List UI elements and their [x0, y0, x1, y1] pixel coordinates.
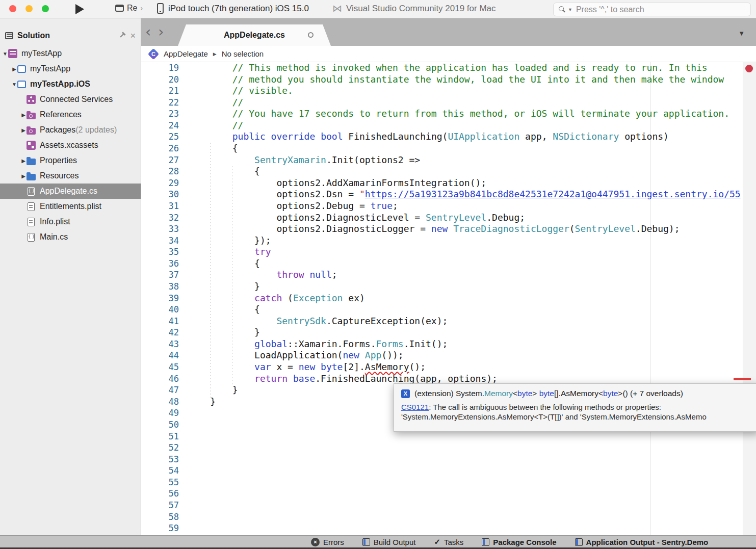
code-line-38[interactable]: 38 }: [141, 281, 743, 293]
window-icon: [115, 5, 124, 12]
error-indicator-icon[interactable]: [745, 65, 753, 72]
code-line-29[interactable]: 29 options2.AddXamarinFormsIntegration()…: [141, 177, 743, 189]
tree-item-label: Packages: [40, 125, 75, 135]
line-number: 47: [141, 384, 179, 396]
pad-button-tasks[interactable]: ✓Tasks: [434, 537, 463, 546]
search-input[interactable]: [576, 5, 746, 14]
tree-item-mytestapp[interactable]: ▶myTestApp: [0, 61, 141, 76]
code-line-30[interactable]: 30 options2.Dsn = "https://5a193123a9b84…: [141, 189, 743, 200]
line-number: 43: [141, 338, 179, 350]
code-line-56[interactable]: 56: [141, 488, 743, 500]
chevron-down-icon[interactable]: ▼: [2, 51, 8, 57]
build-configuration-button[interactable]: Re ›: [115, 4, 143, 13]
zoom-window-button[interactable]: [42, 5, 49, 12]
global-search[interactable]: ▼: [553, 3, 751, 16]
chevron-right-icon[interactable]: ▶: [20, 127, 27, 133]
code-line-53[interactable]: 53: [141, 454, 743, 465]
chevron-down-icon: ▼: [568, 7, 572, 12]
code-line-19[interactable]: 19 // This method is invoked when the ap…: [141, 62, 743, 74]
code-text: options2.DiagnosticLogger = new TraceDia…: [188, 223, 680, 234]
error-code-link[interactable]: CS0121: [401, 403, 429, 411]
window-title: ⋈ Visual Studio Community 2019 for Mac: [332, 4, 496, 14]
tree-item-connected-services[interactable]: Connected Services: [0, 92, 141, 107]
code-line-21[interactable]: 21 // visible.: [141, 85, 743, 97]
code-line-36[interactable]: 36 {: [141, 258, 743, 270]
tree-item-properties[interactable]: ▶Properties: [0, 153, 141, 168]
tree-item-label: AppDelegate.cs: [40, 187, 97, 196]
code-line-52[interactable]: 52: [141, 442, 743, 454]
tab-appdelegate[interactable]: AppDelegate.cs: [178, 24, 331, 46]
close-icon[interactable]: ×: [130, 32, 136, 40]
code-line-27[interactable]: 27 SentryXamarin.Init(options2 =>: [141, 154, 743, 166]
close-window-button[interactable]: [9, 5, 16, 12]
tree-item-resources[interactable]: ▶Resources: [0, 168, 141, 184]
tree-item-info-plist[interactable]: Info.plist: [0, 214, 141, 229]
tab-list-dropdown-icon[interactable]: ▼: [738, 30, 745, 37]
run-button[interactable]: [75, 4, 84, 14]
chevron-right-icon[interactable]: ▶: [20, 112, 27, 118]
tree-item-main-cs[interactable]: Main.cs: [0, 229, 141, 245]
code-line-58[interactable]: 58: [141, 511, 743, 523]
line-number: 23: [141, 108, 179, 120]
code-lines[interactable]: 19 // This method is invoked when the ap…: [141, 62, 743, 534]
code-line-31[interactable]: 31 options2.Debug = true;: [141, 200, 743, 212]
code-line-26[interactable]: 26 {: [141, 143, 743, 154]
error-token[interactable]: AsMemory: [365, 361, 409, 372]
pad-button-package-console[interactable]: Package Console: [482, 538, 556, 546]
code-line-42[interactable]: 42 }: [141, 327, 743, 338]
chevron-right-icon[interactable]: ▶: [11, 66, 17, 72]
code-line-37[interactable]: 37 throw null;: [141, 269, 743, 281]
minimize-window-button[interactable]: [25, 5, 33, 12]
code-line-23[interactable]: 23 // You have 17 seconds to return from…: [141, 108, 743, 120]
code-line-40[interactable]: 40 {: [141, 304, 743, 316]
code-line-39[interactable]: 39 catch (Exception ex): [141, 293, 743, 304]
tree-item-label: Entitlements.plist: [40, 202, 101, 211]
tree-item-mytestapp[interactable]: ▼myTestApp: [0, 46, 141, 61]
tree-item-entitlements-plist[interactable]: Entitlements.plist: [0, 199, 141, 214]
code-line-57[interactable]: 57: [141, 500, 743, 511]
tree-item-appdelegate-cs[interactable]: AppDelegate.cs: [0, 184, 141, 199]
tree-item-assets-xcassets[interactable]: Assets.xcassets: [0, 138, 141, 153]
code-line-20[interactable]: 20 // method you should instantiate the …: [141, 74, 743, 86]
code-line-55[interactable]: 55: [141, 477, 743, 488]
tree-item-references[interactable]: ▶References: [0, 107, 141, 122]
chevron-right-icon[interactable]: ▶: [20, 173, 27, 179]
pin-icon[interactable]: [116, 30, 128, 42]
code-line-45[interactable]: 45 var x = new byte[2].AsMemory();: [141, 361, 743, 373]
code-line-41[interactable]: 41 SentrySdk.CaptureException(ex);: [141, 316, 743, 327]
device-selector[interactable]: iPod touch (7th generation) iOS 15.0: [157, 3, 309, 14]
breadcrumb-selection[interactable]: No selection: [222, 49, 264, 58]
code-line-24[interactable]: 24 //: [141, 120, 743, 132]
tree-item-label: Properties: [40, 156, 77, 165]
code-line-44[interactable]: 44 LoadApplication(new App());: [141, 350, 743, 361]
tree-item-label: myTestApp.iOS: [30, 80, 90, 89]
breadcrumb-class[interactable]: AppDelegate: [164, 49, 208, 58]
code-line-33[interactable]: 33 options2.DiagnosticLogger = new Trace…: [141, 223, 743, 235]
editor-scrollbar[interactable]: [743, 62, 756, 535]
code-line-25[interactable]: 25 public override bool FinishedLaunchin…: [141, 131, 743, 143]
line-number: 40: [141, 304, 179, 316]
pad-button-application-output-sentry-demo[interactable]: Application Output - Sentry.Demo: [575, 538, 709, 546]
code-line-32[interactable]: 32 options2.DiagnosticLevel = SentryLeve…: [141, 212, 743, 224]
line-number: 25: [141, 131, 179, 143]
code-line-43[interactable]: 43 global::Xamarin.Forms.Forms.Init();: [141, 338, 743, 350]
code-line-22[interactable]: 22 //: [141, 97, 743, 109]
chevron-right-icon[interactable]: ▶: [20, 158, 27, 164]
dsn-url-link[interactable]: https://5a193123a9b841bc8d8e42531e7242a1…: [365, 189, 741, 199]
chevron-down-icon[interactable]: ▼: [11, 82, 17, 87]
code-line-34[interactable]: 34 });: [141, 235, 743, 247]
navigate-back-button[interactable]: ‹: [145, 25, 151, 39]
tree-item-packages[interactable]: ▶Packages (2 updates): [0, 122, 141, 138]
pad-button-build-output[interactable]: Build Output: [362, 538, 416, 546]
code-line-28[interactable]: 28 {: [141, 166, 743, 177]
code-editor[interactable]: 19 // This method is invoked when the ap…: [141, 62, 756, 535]
code-line-59[interactable]: 59: [141, 522, 743, 534]
navigate-forward-button[interactable]: ›: [158, 25, 164, 39]
pad-button-errors[interactable]: ×Errors: [311, 538, 344, 546]
code-line-35[interactable]: 35 try: [141, 246, 743, 258]
code-line-51[interactable]: 51: [141, 431, 743, 442]
code-line-46[interactable]: 46 return base.FinishedLaunching(app, op…: [141, 373, 743, 385]
code-line-54[interactable]: 54: [141, 465, 743, 477]
tree-item-mytestapp-ios[interactable]: ▼myTestApp.iOS: [0, 76, 141, 92]
error-scroll-marker[interactable]: [734, 378, 751, 380]
